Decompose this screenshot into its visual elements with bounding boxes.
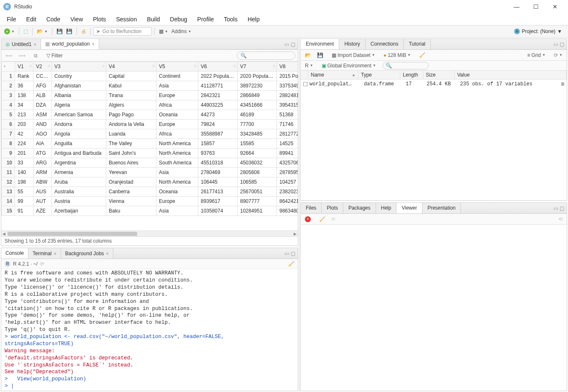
col-header[interactable]: V8◇ xyxy=(277,62,298,72)
new-project-button[interactable]: ⬚ xyxy=(22,27,30,36)
tab-console[interactable]: Console xyxy=(1,248,28,259)
cell[interactable]: 43451666 xyxy=(238,100,277,110)
cell[interactable]: Anguilla xyxy=(52,139,106,149)
cell[interactable]: 77700 xyxy=(238,120,277,129)
cell[interactable]: Andorra la Vella xyxy=(106,120,156,129)
cell[interactable]: 93763 xyxy=(198,149,238,158)
cell[interactable]: 33428485 xyxy=(238,129,277,139)
cell[interactable]: 2020 Population xyxy=(238,72,277,81)
cell[interactable]: Oceania xyxy=(156,187,198,197)
cell[interactable]: 26177413 xyxy=(198,187,238,197)
minimize-pane-icon[interactable]: ▭ xyxy=(284,41,289,47)
cell[interactable]: 9863480 xyxy=(277,206,298,216)
cell[interactable]: Asia xyxy=(156,81,198,91)
cell[interactable]: Yerevan xyxy=(106,168,156,177)
cell[interactable]: Algiers xyxy=(106,100,156,110)
publish-button[interactable]: ⟲ xyxy=(557,215,564,224)
view-object-icon[interactable]: ▦ xyxy=(561,81,564,87)
new-file-button[interactable]: +▼ xyxy=(3,27,16,36)
grid-view-button[interactable]: ▦▼ xyxy=(157,27,170,36)
sync-viewer-button[interactable]: ⟳ xyxy=(330,215,337,224)
cell[interactable]: Australia xyxy=(52,187,106,197)
cell[interactable]: 23820236 xyxy=(277,187,298,197)
menu-edit[interactable]: Edit xyxy=(22,14,41,24)
cell[interactable]: 8642421 xyxy=(277,197,298,206)
forward-button[interactable]: ⟹ xyxy=(17,51,27,60)
maximize-pane-icon[interactable]: ▢ xyxy=(291,41,295,47)
cell[interactable]: 2878595 xyxy=(277,168,298,177)
cell[interactable]: ARG xyxy=(33,158,52,168)
cell[interactable]: Canberra xyxy=(106,187,156,197)
open-file-button[interactable]: 📂▼ xyxy=(35,27,49,36)
cell[interactable]: 33 xyxy=(15,158,33,168)
cell[interactable]: 92664 xyxy=(238,149,277,158)
cell[interactable]: 104257 xyxy=(277,177,298,187)
cell[interactable]: The Valley xyxy=(106,139,156,149)
view-mode-button[interactable]: ≡ Grid ▼ xyxy=(525,51,547,60)
cell[interactable]: North America xyxy=(156,139,198,149)
cell[interactable]: Asia xyxy=(156,168,198,177)
cell[interactable]: Oceania xyxy=(156,110,198,120)
cell[interactable]: 55 xyxy=(15,187,33,197)
cell[interactable]: 91 xyxy=(15,206,33,216)
env-search-input[interactable]: 🔍 xyxy=(383,62,429,69)
cell[interactable]: AZE xyxy=(33,206,52,216)
cell[interactable]: Luanda xyxy=(106,129,156,139)
menu-plots[interactable]: Plots xyxy=(89,14,110,24)
cell[interactable]: DZA xyxy=(33,100,52,110)
menu-session[interactable]: Session xyxy=(112,14,141,24)
cell[interactable]: Azerbaijan xyxy=(52,206,106,216)
cell[interactable]: 25670051 xyxy=(238,187,277,197)
cell[interactable]: 8907777 xyxy=(238,197,277,206)
cell[interactable]: Baku xyxy=(106,206,156,216)
cell[interactable]: Buenos Aires xyxy=(106,158,156,168)
cell[interactable]: CCA3 xyxy=(33,72,52,81)
tab-packages[interactable]: Packages xyxy=(343,203,376,213)
cell[interactable]: 14525 xyxy=(277,139,298,149)
cell[interactable]: 71746 xyxy=(277,120,298,129)
cell[interactable]: Capital xyxy=(106,72,156,81)
cell[interactable]: AFG xyxy=(33,81,52,91)
cell[interactable]: 10358074 xyxy=(198,206,238,216)
cell[interactable]: 45036032 xyxy=(238,158,277,168)
cell[interactable]: 79824 xyxy=(198,120,238,129)
menu-view[interactable]: View xyxy=(66,14,87,24)
cell[interactable]: Country xyxy=(52,72,106,81)
import-dataset-button[interactable]: ▦ Import Dataset ▼ xyxy=(330,51,377,60)
clear-viewer-button[interactable]: 🧹 xyxy=(317,215,327,224)
menu-debug[interactable]: Debug xyxy=(166,14,191,24)
menu-code[interactable]: Code xyxy=(42,14,64,24)
save-all-button[interactable]: 💾 xyxy=(64,27,74,36)
cell[interactable]: 106585 xyxy=(238,177,277,187)
cell[interactable]: 45510318 xyxy=(198,158,238,168)
maximize-pane-icon[interactable]: ▢ xyxy=(291,251,295,256)
col-header[interactable]: V3◇ xyxy=(52,62,106,72)
scope-selector[interactable]: ▣ Global Environment ▼ xyxy=(320,61,378,70)
cell[interactable]: Europe xyxy=(156,120,198,129)
cell[interactable]: North America xyxy=(156,149,198,158)
col-header[interactable]: V6◇ xyxy=(198,62,238,72)
project-menu[interactable]: RProject: (None) ▼ xyxy=(514,28,565,34)
console-output[interactable]: R is free software and comes with ABSOLU… xyxy=(1,269,298,391)
cell[interactable]: ALB xyxy=(33,91,52,100)
tab-environment[interactable]: Environment xyxy=(301,39,339,49)
menu-help[interactable]: Help xyxy=(243,14,264,24)
close-icon[interactable]: × xyxy=(92,41,95,46)
cell[interactable]: 38972230 xyxy=(238,81,277,91)
search-input[interactable]: 🔍 xyxy=(237,51,295,60)
close-icon[interactable]: × xyxy=(54,251,56,256)
tab-help[interactable]: Help xyxy=(376,203,397,213)
cell[interactable]: 43257065 xyxy=(277,158,298,168)
print-button[interactable]: 🖨 xyxy=(79,27,88,36)
cell[interactable]: 224 xyxy=(15,139,33,149)
cell[interactable]: ABW xyxy=(33,177,52,187)
cell[interactable]: 46189 xyxy=(238,110,277,120)
refresh-button[interactable]: ⟳▼ xyxy=(552,51,564,60)
cell[interactable]: 203 xyxy=(15,120,33,129)
close-icon[interactable]: × xyxy=(106,251,109,256)
cell[interactable]: Kabul xyxy=(106,81,156,91)
goto-file-input[interactable]: ➤Go to file/function xyxy=(93,27,152,36)
clear-objects-button[interactable]: 🧹 xyxy=(417,51,427,60)
cell[interactable]: Argentina xyxy=(52,158,106,168)
maximize-pane-icon[interactable]: ▢ xyxy=(560,41,564,47)
